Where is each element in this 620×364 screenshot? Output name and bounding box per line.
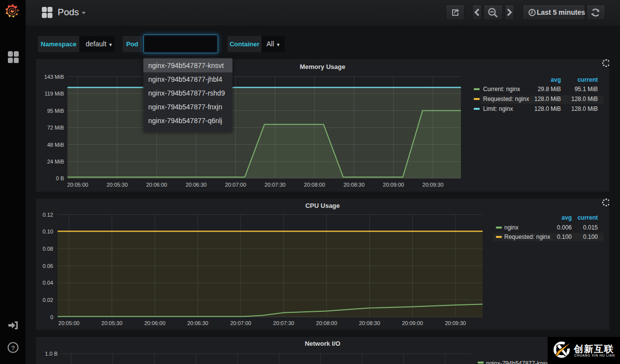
svg-text:1.0 B: 1.0 B (45, 351, 58, 357)
svg-text:?: ? (11, 344, 15, 352)
svg-text:20:07:30: 20:07:30 (264, 182, 286, 188)
svg-text:20:08:30: 20:08:30 (343, 182, 364, 188)
svg-text:20:08:00: 20:08:00 (316, 320, 337, 326)
svg-text:20:07:30: 20:07:30 (273, 320, 294, 326)
svg-text:20:09:30: 20:09:30 (423, 182, 444, 188)
svg-text:0.08: 0.08 (43, 246, 53, 252)
svg-text:0.02: 0.02 (43, 297, 53, 303)
svg-text:20:09:00: 20:09:00 (383, 182, 404, 188)
svg-text:0.06: 0.06 (43, 263, 53, 269)
svg-text:20:05:00: 20:05:00 (59, 320, 80, 326)
svg-text:20:05:30: 20:05:30 (101, 320, 123, 326)
svg-text:0: 0 (50, 314, 53, 320)
svg-text:0.10: 0.10 (43, 229, 53, 234)
svg-text:20:05:00: 20:05:00 (67, 182, 88, 188)
svg-text:0 B: 0 B (56, 175, 64, 181)
svg-text:72 MiB: 72 MiB (47, 125, 64, 131)
svg-text:20:08:00: 20:08:00 (304, 182, 325, 188)
svg-text:20:06:30: 20:06:30 (187, 320, 208, 326)
svg-text:20:05:30: 20:05:30 (106, 182, 128, 188)
svg-text:20:06:00: 20:06:00 (146, 182, 167, 188)
svg-text:20:07:00: 20:07:00 (225, 182, 246, 188)
svg-text:119 MiB: 119 MiB (44, 91, 64, 97)
svg-text:48 MiB: 48 MiB (47, 142, 64, 148)
svg-text:20:08:30: 20:08:30 (359, 320, 380, 326)
svg-text:24 MiB: 24 MiB (47, 159, 64, 165)
svg-text:20:07:00: 20:07:00 (230, 320, 251, 326)
svg-text:0.04: 0.04 (43, 280, 53, 286)
svg-text:20:06:00: 20:06:00 (144, 320, 165, 326)
svg-text:20:09:30: 20:09:30 (445, 320, 466, 326)
svg-text:95 MiB: 95 MiB (47, 108, 64, 114)
svg-text:nginx-794b547877-knsvt: nginx-794b547877-knsvt (486, 360, 551, 364)
svg-text:0.12: 0.12 (43, 212, 53, 218)
svg-text:20:06:30: 20:06:30 (186, 182, 207, 188)
svg-text:143 MiB: 143 MiB (44, 74, 64, 80)
svg-text:20:09:00: 20:09:00 (402, 320, 423, 326)
